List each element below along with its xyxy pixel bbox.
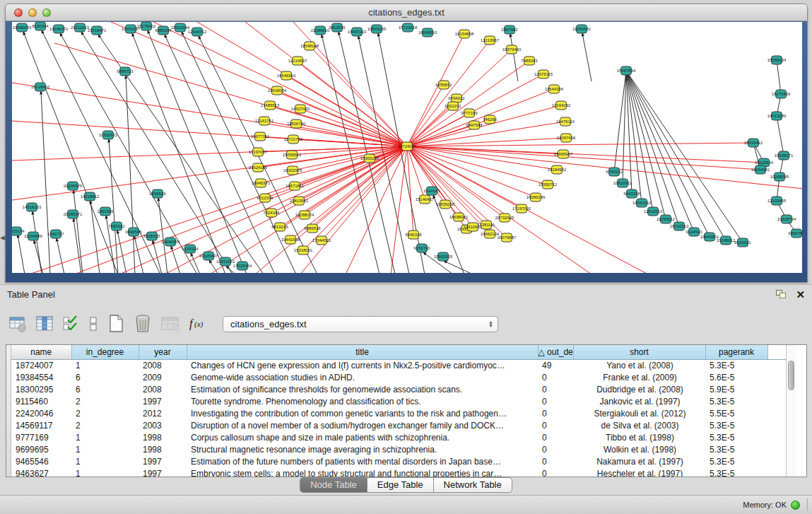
graph-node[interactable]: 17197087 (249, 148, 268, 156)
graph-node[interactable]: 9152700 (413, 244, 430, 252)
graph-node[interactable]: 15146457 (416, 195, 435, 204)
graph-node[interactable]: 15958134 (767, 56, 787, 64)
graph-node[interactable]: 21057496 (557, 134, 576, 142)
graph-node[interactable]: 15933412 (744, 139, 763, 147)
graph-node[interactable]: 10441528 (281, 235, 300, 244)
graph-node[interactable]: 2887682 (501, 25, 518, 34)
graph-node[interactable]: 12544712 (188, 28, 207, 36)
graph-node[interactable]: 18698321 (449, 213, 469, 221)
graph-node[interactable]: 9012336 (257, 194, 273, 202)
table-selector-dropdown[interactable]: citations_edges.txt ▲▼ (223, 316, 498, 332)
graph-node[interactable]: 9989518 (304, 224, 321, 233)
graph-node[interactable]: 10843245 (367, 25, 387, 33)
table-row[interactable]: 1938455462009Genome-wide association stu… (11, 371, 786, 383)
graph-node[interactable]: 15056512 (283, 151, 302, 159)
graph-node[interactable]: 14527420 (291, 105, 310, 113)
graph-node[interactable]: 17933454 (233, 262, 252, 270)
minimize-window-button[interactable] (28, 8, 37, 17)
table-row[interactable]: 946362711997Embryonic stem cells: a mode… (11, 467, 786, 477)
graph-node[interactable]: 18273456 (772, 90, 791, 98)
table-row[interactable]: 2242004622012Investigating the contribut… (11, 407, 786, 419)
graph-node[interactable]: 9546328 (405, 230, 422, 239)
graph-node[interactable]: 12103455 (767, 197, 787, 205)
network-window-titlebar[interactable]: citations_edges.txt (6, 4, 807, 21)
graph-node[interactable]: 10553310 (632, 199, 652, 207)
table-row[interactable]: 1872400712008Changes of HCN gene express… (11, 359, 786, 371)
graph-node[interactable]: 10228734 (777, 215, 796, 223)
graph-node[interactable]: 1342737 (47, 230, 64, 238)
graph-node[interactable]: 14518612 (81, 192, 100, 201)
graph-node[interactable]: 16476110 (556, 117, 575, 126)
graph-node[interactable]: 18184952 (548, 165, 567, 174)
table-row[interactable]: 946554611997Estimation of the future num… (11, 455, 786, 467)
new-table-icon[interactable] (107, 314, 125, 334)
graph-node[interactable]: 12161761 (255, 117, 274, 125)
graph-node[interactable]: 10822912 (613, 179, 632, 187)
graph-node[interactable]: 16447210 (348, 28, 367, 36)
graph-node[interactable]: 2036529 (149, 189, 166, 198)
memory-indicator[interactable]: Memory: OK (743, 501, 800, 510)
graph-node[interactable]: 15723418 (399, 23, 418, 32)
graph-node[interactable]: 15950712 (539, 180, 558, 189)
graph-node[interactable]: 17344521 (312, 236, 331, 245)
column-header-pagerank[interactable]: pagerank (705, 345, 767, 359)
graph-node[interactable]: 22086610 (311, 26, 330, 35)
network-canvas[interactable]: 1872400711548108122145371664691019618034… (12, 22, 802, 273)
graph-node[interactable]: 11250681 (572, 25, 592, 33)
tab-network-table[interactable]: Network Table (434, 477, 512, 493)
graph-node[interactable]: 6793912 (606, 168, 623, 176)
graph-node[interactable]: 12810513 (644, 207, 663, 216)
graph-node[interactable]: 746266 (483, 115, 498, 124)
graph-node[interactable]: 12214537 (288, 57, 307, 65)
graph-node[interactable]: 10677311 (251, 132, 270, 141)
tab-edge-table[interactable]: Edge Table (367, 477, 434, 493)
graph-node[interactable]: 12975115 (534, 70, 553, 78)
graph-node[interactable]: 20732625 (495, 214, 514, 222)
graph-node[interactable]: 11544306 (545, 85, 564, 93)
graph-node[interactable]: 20079887 (498, 233, 517, 242)
graph-node[interactable]: 19245612 (717, 236, 736, 245)
graph-node[interactable]: 9643318 (623, 189, 640, 198)
graph-node[interactable]: 14513289 (767, 112, 787, 120)
graph-node[interactable]: 12721752 (284, 135, 303, 144)
graph-node[interactable]: 8105525 (143, 232, 160, 240)
graph-node[interactable]: 20206576 (64, 182, 83, 190)
graph-node[interactable]: 11826746 (287, 119, 306, 128)
graph-node[interactable]: 17197092 (512, 204, 531, 213)
tab-node-table[interactable]: Node Table (300, 477, 367, 493)
graph-node[interactable]: 9886723 (117, 67, 134, 76)
citation-graph[interactable]: 1872400711548108122145371664691019618034… (12, 22, 802, 273)
graph-node[interactable]: 16154808 (455, 30, 474, 38)
graph-node[interactable]: 9886186 (155, 26, 172, 35)
graph-node[interactable]: 21624106 (249, 163, 268, 172)
graph-node[interactable]: 9590505 (125, 228, 142, 236)
graph-node[interactable]: 6794022 (448, 94, 465, 103)
column-header-out_degree[interactable]: △ out_de… (538, 345, 573, 359)
graph-node[interactable]: 10164292 (552, 101, 571, 110)
graph-node[interactable]: 15318031 (294, 246, 313, 255)
vertical-scrollbar[interactable] (786, 345, 796, 477)
float-panel-icon[interactable] (776, 290, 786, 299)
select-functions-icon[interactable] (62, 315, 80, 333)
graph-node[interactable]: 3915134 (12, 227, 25, 235)
graph-node[interactable]: 10196372 (49, 25, 69, 33)
table-row[interactable]: 1456911722003Disruption of a novel membe… (11, 419, 786, 431)
close-window-button[interactable] (14, 8, 23, 17)
function-builder-icon[interactable]: f (x) (188, 315, 209, 332)
graph-node[interactable]: 11250612 (657, 215, 676, 223)
table-row[interactable]: 977716911998Corpus callosum shape and si… (11, 431, 786, 443)
graph-node[interactable]: 16288174 (295, 211, 314, 219)
graph-node[interactable]: 12213967 (481, 36, 500, 45)
graph-node[interactable]: 15467894 (617, 66, 636, 75)
column-header-in_degree[interactable]: in_degree (71, 345, 139, 359)
graph-node[interactable]: 19571811 (286, 182, 305, 190)
graph-node[interactable]: 16849510 (418, 28, 437, 37)
graph-node[interactable]: 20813551 (290, 197, 309, 205)
table-row[interactable]: 969969511998Structural magnetic resonanc… (11, 443, 786, 455)
graph-node[interactable]: 10973493 (502, 45, 522, 54)
graph-node[interactable]: 15938271 (775, 151, 794, 160)
delete-table-icon[interactable] (133, 314, 153, 334)
graph-node[interactable]: 16089189 (526, 193, 546, 201)
row-tools-icon[interactable] (88, 315, 99, 333)
column-header-year[interactable]: year (139, 345, 187, 359)
